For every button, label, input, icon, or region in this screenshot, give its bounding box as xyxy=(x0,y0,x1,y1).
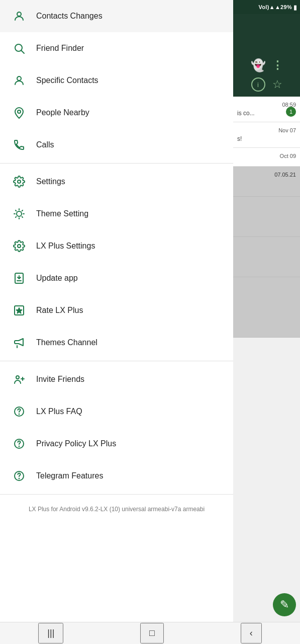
phone-icon xyxy=(10,136,28,154)
rate-star-icon xyxy=(10,301,28,319)
menu-divider xyxy=(0,163,233,164)
menu-item-telegram-features[interactable]: Telegram Features xyxy=(0,460,233,492)
menu-item-theme-setting[interactable]: Theme Setting xyxy=(0,198,233,230)
menu-label-theme-setting: Theme Setting xyxy=(36,209,88,218)
chat-time: Nov 07 xyxy=(237,127,296,133)
menu-item-calls[interactable]: Calls xyxy=(0,129,233,161)
menu-label-update-app: Update app xyxy=(36,274,78,283)
menu-item-specific-contacts[interactable]: Specific Contacts xyxy=(0,64,233,97)
menu-label-calls: Calls xyxy=(36,140,54,149)
svg-point-27 xyxy=(19,446,20,447)
ghost-icon: 👻 xyxy=(251,58,266,72)
chat-preview: s! xyxy=(237,135,296,142)
menu-label-people-nearby: People Nearby xyxy=(36,108,89,117)
version-text: LX Plus for Android v9.6.2-LX (10) unive… xyxy=(0,497,233,518)
chat-header: 👻 ⋮ i ☆ xyxy=(233,0,300,97)
chat-item[interactable]: Oct 09 xyxy=(233,148,300,167)
menu-label-settings: Settings xyxy=(36,177,65,186)
menu-item-rate-lx-plus[interactable]: Rate LX Plus xyxy=(0,294,233,327)
menu-item-contacts-changes[interactable]: Contacts Changes xyxy=(0,0,233,32)
svg-line-13 xyxy=(16,217,16,217)
person-icon xyxy=(10,7,28,25)
navigation-drawer: Contacts Changes Friend Finder Specific … xyxy=(0,0,233,622)
svg-marker-19 xyxy=(17,308,22,313)
menu-label-themes-channel: Themes Channel xyxy=(36,338,97,347)
menu-item-settings[interactable]: Settings xyxy=(0,166,233,198)
menu-label-contacts-changes: Contacts Changes xyxy=(36,12,103,21)
signal-strength: ▲▲ xyxy=(269,4,280,10)
right-panel: 👻 ⋮ i ☆ 08:59 is co... 1 Nov 07 s! Oct 0… xyxy=(233,0,300,644)
svg-point-4 xyxy=(18,110,21,113)
chat-time: Oct 09 xyxy=(237,153,296,159)
svg-line-14 xyxy=(22,210,23,211)
pencil-icon: ✎ xyxy=(280,598,289,611)
starred-icon[interactable]: ☆ xyxy=(272,78,282,91)
chat-item-gray[interactable] xyxy=(233,237,300,277)
svg-point-15 xyxy=(18,245,21,248)
svg-point-3 xyxy=(17,76,21,80)
faq-icon xyxy=(10,403,28,421)
chat-item[interactable]: 08:59 is co... 1 xyxy=(233,97,300,122)
svg-point-29 xyxy=(19,478,20,479)
telegram-features-icon xyxy=(10,467,28,485)
svg-point-25 xyxy=(19,414,20,415)
theme-icon xyxy=(10,205,28,223)
menu-item-lx-plus-faq[interactable]: LX Plus FAQ xyxy=(0,395,233,428)
chat-time: 08:59 xyxy=(237,102,296,108)
menu-item-people-nearby[interactable]: People Nearby xyxy=(0,97,233,129)
svg-line-11 xyxy=(16,210,16,211)
compose-fab[interactable]: ✎ xyxy=(273,593,296,616)
battery-level: 29% xyxy=(280,4,292,10)
specific-contacts-icon xyxy=(10,71,28,90)
svg-line-12 xyxy=(22,217,23,217)
menu-divider-2 xyxy=(0,361,233,361)
svg-point-5 xyxy=(18,180,21,183)
back-button[interactable]: ‹ xyxy=(241,623,262,643)
menu-label-rate-lx-plus: Rate LX Plus xyxy=(36,306,83,315)
menu-label-lx-plus-faq: LX Plus FAQ xyxy=(36,407,82,416)
invite-friends-icon xyxy=(10,370,28,388)
menu-item-update-app[interactable]: Update app xyxy=(0,262,233,294)
menu-item-themes-channel[interactable]: Themes Channel xyxy=(0,327,233,359)
menu-item-lx-plus-settings[interactable]: LX Plus Settings xyxy=(0,230,233,262)
more-options-icon[interactable]: ⋮ xyxy=(272,59,283,72)
svg-point-6 xyxy=(17,211,22,216)
menu-label-privacy-policy: Privacy Policy LX Plus xyxy=(36,439,116,448)
home-button[interactable]: □ xyxy=(140,623,164,643)
recents-button[interactable]: ||| xyxy=(38,623,63,643)
svg-point-0 xyxy=(17,12,21,16)
menu-divider-3 xyxy=(0,494,233,495)
status-bar: Vol) ▲▲ 29% ▮ xyxy=(233,0,300,14)
chat-item-gray[interactable] xyxy=(233,197,300,237)
megaphone-icon xyxy=(10,334,28,352)
svg-line-2 xyxy=(22,51,25,54)
people-nearby-icon xyxy=(10,104,28,122)
menu-label-specific-contacts: Specific Contacts xyxy=(36,76,98,85)
settings-icon xyxy=(10,173,28,191)
unread-badge: 1 xyxy=(286,107,296,117)
chat-item-gray[interactable]: 07.05.21 xyxy=(233,167,300,197)
menu-item-privacy-policy[interactable]: Privacy Policy LX Plus xyxy=(0,428,233,460)
privacy-icon xyxy=(10,435,28,453)
chat-time: 07.05.21 xyxy=(237,172,296,178)
lx-plus-settings-icon xyxy=(10,237,28,255)
menu-label-lx-plus-settings: LX Plus Settings xyxy=(36,242,95,251)
network-indicator: Vol) xyxy=(259,4,269,10)
menu-item-friend-finder[interactable]: Friend Finder xyxy=(0,32,233,64)
navigation-bar: ||| □ ‹ xyxy=(0,622,300,644)
chat-item[interactable]: Nov 07 s! xyxy=(233,122,300,148)
svg-point-21 xyxy=(16,376,19,379)
chat-item-gray[interactable] xyxy=(233,277,300,338)
menu-label-invite-friends: Invite Friends xyxy=(36,375,84,384)
menu-item-invite-friends[interactable]: Invite Friends xyxy=(0,363,233,395)
menu-label-friend-finder: Friend Finder xyxy=(36,44,84,53)
search-icon xyxy=(10,39,28,57)
update-icon xyxy=(10,269,28,287)
menu-label-telegram-features: Telegram Features xyxy=(36,471,103,480)
info-icon[interactable]: i xyxy=(251,77,265,92)
battery-icon: ▮ xyxy=(293,4,297,11)
